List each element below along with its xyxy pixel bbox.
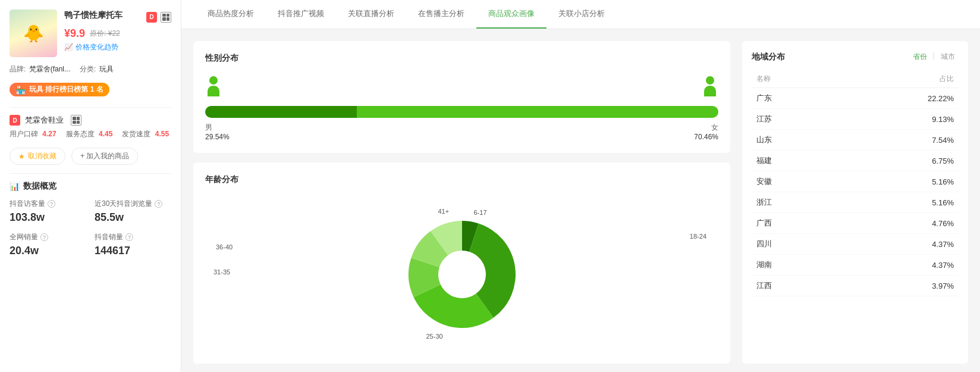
- region-row-jiangsu: 江苏 9.13%: [752, 109, 959, 130]
- total-sales-label: 全网销量: [10, 232, 38, 242]
- age-donut-svg: [385, 197, 539, 352]
- tab-product-heat[interactable]: 商品热度分析: [196, 0, 266, 29]
- gender-label-male: 男 29.54%: [205, 123, 230, 141]
- price-trend-icon: 📈: [64, 43, 73, 51]
- male-pct: 29.54%: [205, 133, 230, 141]
- tab-audience-portrait[interactable]: 商品观众画像: [476, 0, 546, 29]
- chart-icon: 📊: [10, 182, 20, 191]
- region-name-0: 广东: [756, 93, 772, 104]
- age-label-6-17: 6-17: [474, 209, 487, 216]
- shop-row: D 梵霖舍鞋业: [10, 107, 171, 126]
- help-icon-2[interactable]: ?: [40, 233, 48, 241]
- col-name-header: 名称: [756, 74, 771, 84]
- svg-point-1: [706, 76, 714, 85]
- tab-douyin-video[interactable]: 抖音推广视频: [266, 0, 336, 29]
- price-trend-label: 价格变化趋势: [76, 42, 118, 52]
- age-label-41plus: 41+: [438, 208, 450, 215]
- gender-labels: 男 29.54% 女 70.46%: [205, 123, 718, 141]
- total-sales-val: 20.4w: [10, 245, 86, 257]
- region-tabs: 省份 | 城市: [909, 51, 959, 63]
- left-charts: 性别分布: [193, 41, 730, 364]
- rank-badge-label: 玩具 排行榜日榜第 1 名: [29, 85, 103, 95]
- male-icon: [205, 76, 222, 101]
- rank-badge-icon: 🏪: [15, 85, 26, 95]
- gender-icons: [205, 76, 718, 101]
- region-pct-0: 22.22%: [928, 94, 954, 103]
- price-original: 原价: ¥22: [90, 29, 120, 39]
- region-table: 名称 占比 广东 22.22% 江苏 9.13% 山东 7.54%: [752, 70, 959, 296]
- tab-shop-analysis[interactable]: 关联小店分析: [546, 0, 617, 29]
- region-pct-2: 7.54%: [932, 136, 954, 145]
- region-name-3: 福建: [756, 155, 772, 166]
- user-score-val: 4.27: [42, 130, 56, 138]
- age-title: 年龄分布: [205, 174, 718, 185]
- age-label-36-40: 36-40: [216, 243, 233, 251]
- douyin-visitors-val: 103.8w: [10, 211, 86, 224]
- collect-button[interactable]: ★ 取消收藏: [10, 148, 65, 165]
- gender-section: 性别分布: [193, 41, 730, 153]
- tab-broadcaster-analysis[interactable]: 在售播主分析: [406, 0, 476, 29]
- action-row: ★ 取消收藏 + 加入我的商品: [10, 148, 171, 165]
- price-trend[interactable]: 📈 价格变化趋势: [64, 42, 171, 52]
- region-header: 地域分布 省份 | 城市: [752, 51, 959, 63]
- tab-live-analysis[interactable]: 关联直播分析: [336, 0, 406, 29]
- star-icon: ★: [18, 152, 25, 161]
- category-val: 玩具: [99, 65, 114, 73]
- help-icon-0[interactable]: ?: [48, 200, 55, 208]
- stat-douyin-visitors: 抖音访客量 ? 103.8w: [10, 199, 86, 224]
- rank-badge: 🏪 玩具 排行榜日榜第 1 名: [10, 83, 109, 96]
- region-name-4: 安徽: [756, 176, 772, 187]
- region-name-6: 广西: [756, 218, 772, 229]
- left-panel: 🐥 鸭子惯性摩托车 D ¥9.9 原价: ¥22: [0, 0, 181, 372]
- region-row-anhui: 安徽 5.16%: [752, 171, 959, 192]
- gender-bar-female: [357, 106, 718, 118]
- product-image-inner: 🐥: [10, 10, 57, 57]
- content-area: 性别分布: [181, 29, 980, 372]
- shop-name: 梵霖舍鞋业: [25, 115, 64, 126]
- region-row-sichuan: 四川 4.37%: [752, 234, 959, 255]
- region-table-header: 名称 占比: [752, 70, 959, 88]
- add-product-button[interactable]: + 加入我的商品: [71, 148, 138, 165]
- help-icon-1[interactable]: ?: [155, 200, 162, 208]
- region-pct-8: 4.37%: [932, 261, 954, 270]
- ratings-row: 用户口碑 4.27 服务态度 4.45 发货速度 4.55: [10, 129, 171, 139]
- gender-title: 性别分布: [205, 53, 718, 64]
- gender-bar: [205, 106, 718, 118]
- qr-icon[interactable]: [161, 12, 171, 23]
- region-pct-4: 5.16%: [932, 177, 954, 186]
- price-main: ¥9.9: [64, 27, 85, 40]
- region-title: 地域分布: [752, 52, 785, 62]
- douyin-sales-label: 抖音销量: [95, 232, 123, 242]
- age-section: 年龄分布: [193, 162, 730, 364]
- region-name-7: 四川: [756, 239, 772, 249]
- region-divider: |: [933, 51, 935, 63]
- region-tab-province[interactable]: 省份: [909, 51, 931, 63]
- service-score-val: 4.45: [99, 130, 112, 138]
- age-label-25-30: 25-30: [426, 333, 443, 340]
- age-label-31-35: 31-35: [213, 268, 230, 276]
- region-name-8: 湖南: [756, 260, 772, 270]
- product-header: 🐥 鸭子惯性摩托车 D ¥9.9 原价: ¥22: [10, 10, 171, 57]
- 30day-views-val: 85.5w: [95, 211, 171, 224]
- product-title: 鸭子惯性摩托车: [64, 10, 122, 21]
- region-pct-5: 5.16%: [932, 198, 954, 207]
- gender-bar-male: [205, 106, 357, 118]
- help-icon-3[interactable]: ?: [125, 233, 133, 241]
- shop-qr-icon[interactable]: [71, 115, 81, 126]
- service-score-item: 服务态度 4.45: [66, 129, 113, 139]
- product-icon-red: D: [146, 12, 157, 23]
- category-label: 分类: 玩具: [80, 64, 114, 74]
- douyin-sales-val: 144617: [95, 245, 171, 257]
- right-main: 商品热度分析 抖音推广视频 关联直播分析 在售播主分析 商品观众画像 关联小店分…: [181, 0, 980, 372]
- brand-label: 品牌: 梵霖舍(fanl...: [10, 64, 70, 74]
- data-overview-title: 📊 数据概览: [10, 173, 171, 192]
- stat-douyin-sales: 抖音销量 ? 144617: [95, 232, 171, 257]
- stat-30day-views: 近30天抖音浏览量 ? 85.5w: [95, 199, 171, 224]
- product-image: 🐥: [10, 10, 57, 57]
- region-pct-7: 4.37%: [932, 240, 954, 249]
- region-tab-city[interactable]: 城市: [937, 51, 959, 63]
- female-label: 女: [694, 123, 718, 133]
- delivery-score-item: 发货速度 4.55: [122, 129, 169, 139]
- gender-label-female: 女 70.46%: [694, 123, 718, 141]
- age-label-18-24: 18-24: [690, 233, 706, 240]
